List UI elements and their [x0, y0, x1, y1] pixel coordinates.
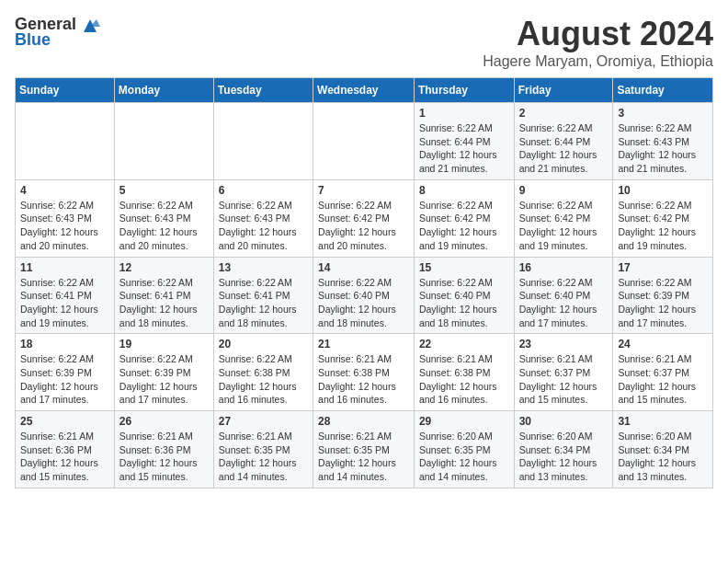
logo-blue-text: Blue — [15, 30, 51, 50]
day-header-wednesday: Wednesday — [313, 78, 415, 103]
day-info: Sunrise: 6:20 AM Sunset: 6:34 PM Dayligh… — [519, 430, 609, 484]
day-number: 15 — [419, 261, 509, 274]
day-number: 12 — [119, 261, 209, 274]
calendar-cell: 14Sunrise: 6:22 AM Sunset: 6:40 PM Dayli… — [313, 257, 415, 334]
day-info: Sunrise: 6:20 AM Sunset: 6:34 PM Dayligh… — [618, 430, 708, 484]
calendar-cell — [313, 103, 415, 180]
calendar-cell: 19Sunrise: 6:22 AM Sunset: 6:39 PM Dayli… — [114, 334, 213, 411]
calendar-cell: 2Sunrise: 6:22 AM Sunset: 6:44 PM Daylig… — [514, 103, 613, 180]
calendar-cell: 7Sunrise: 6:22 AM Sunset: 6:42 PM Daylig… — [313, 179, 415, 257]
day-info: Sunrise: 6:21 AM Sunset: 6:36 PM Dayligh… — [20, 430, 109, 484]
day-number: 4 — [20, 184, 109, 197]
day-info: Sunrise: 6:22 AM Sunset: 6:40 PM Dayligh… — [419, 276, 509, 330]
calendar-cell: 30Sunrise: 6:20 AM Sunset: 6:34 PM Dayli… — [514, 411, 613, 488]
day-number: 19 — [119, 338, 209, 350]
day-number: 10 — [618, 184, 708, 197]
calendar-cell — [114, 103, 213, 180]
calendar-cell: 8Sunrise: 6:22 AM Sunset: 6:42 PM Daylig… — [414, 179, 514, 257]
day-number: 13 — [219, 261, 308, 274]
day-number: 16 — [519, 261, 609, 274]
logo-icon — [80, 16, 100, 34]
day-info: Sunrise: 6:22 AM Sunset: 6:44 PM Dayligh… — [519, 121, 609, 176]
day-number: 22 — [419, 338, 509, 350]
calendar-cell: 13Sunrise: 6:22 AM Sunset: 6:41 PM Dayli… — [213, 257, 313, 334]
calendar-cell: 11Sunrise: 6:22 AM Sunset: 6:41 PM Dayli… — [16, 257, 115, 334]
day-header-monday: Monday — [114, 78, 213, 103]
calendar-cell: 17Sunrise: 6:22 AM Sunset: 6:39 PM Dayli… — [613, 257, 713, 334]
calendar-cell: 27Sunrise: 6:21 AM Sunset: 6:35 PM Dayli… — [213, 411, 313, 488]
calendar-cell — [213, 103, 313, 180]
calendar-cell: 5Sunrise: 6:22 AM Sunset: 6:43 PM Daylig… — [114, 179, 213, 257]
day-number: 20 — [219, 338, 308, 350]
day-number: 27 — [219, 415, 308, 428]
week-row-5: 25Sunrise: 6:21 AM Sunset: 6:36 PM Dayli… — [16, 411, 713, 488]
calendar-cell: 4Sunrise: 6:22 AM Sunset: 6:43 PM Daylig… — [16, 179, 115, 257]
day-info: Sunrise: 6:22 AM Sunset: 6:43 PM Dayligh… — [20, 199, 109, 253]
day-number: 1 — [419, 107, 509, 120]
calendar-cell: 31Sunrise: 6:20 AM Sunset: 6:34 PM Dayli… — [613, 411, 713, 488]
calendar-cell: 18Sunrise: 6:22 AM Sunset: 6:39 PM Dayli… — [16, 334, 115, 411]
day-info: Sunrise: 6:21 AM Sunset: 6:38 PM Dayligh… — [419, 352, 509, 407]
day-info: Sunrise: 6:22 AM Sunset: 6:42 PM Dayligh… — [519, 199, 609, 253]
day-info: Sunrise: 6:22 AM Sunset: 6:42 PM Dayligh… — [419, 199, 509, 253]
calendar-header: SundayMondayTuesdayWednesdayThursdayFrid… — [16, 78, 713, 103]
day-number: 21 — [318, 338, 409, 350]
calendar-cell: 22Sunrise: 6:21 AM Sunset: 6:38 PM Dayli… — [414, 334, 514, 411]
day-number: 31 — [618, 415, 708, 428]
calendar-body: 1Sunrise: 6:22 AM Sunset: 6:44 PM Daylig… — [16, 103, 713, 488]
calendar-cell — [16, 103, 115, 180]
week-row-1: 1Sunrise: 6:22 AM Sunset: 6:44 PM Daylig… — [16, 103, 713, 180]
day-info: Sunrise: 6:22 AM Sunset: 6:44 PM Dayligh… — [419, 121, 509, 176]
calendar-cell: 1Sunrise: 6:22 AM Sunset: 6:44 PM Daylig… — [414, 103, 514, 180]
day-number: 7 — [318, 184, 409, 197]
day-info: Sunrise: 6:21 AM Sunset: 6:35 PM Dayligh… — [219, 430, 308, 484]
title-area: August 2024 Hagere Maryam, Oromiya, Ethi… — [483, 15, 713, 70]
calendar-cell: 3Sunrise: 6:22 AM Sunset: 6:43 PM Daylig… — [613, 103, 713, 180]
calendar-cell: 23Sunrise: 6:21 AM Sunset: 6:37 PM Dayli… — [514, 334, 613, 411]
calendar-cell: 20Sunrise: 6:22 AM Sunset: 6:38 PM Dayli… — [213, 334, 313, 411]
logo: General Blue — [15, 15, 100, 50]
day-number: 8 — [419, 184, 509, 197]
week-row-3: 11Sunrise: 6:22 AM Sunset: 6:41 PM Dayli… — [16, 257, 713, 334]
day-info: Sunrise: 6:22 AM Sunset: 6:43 PM Dayligh… — [219, 199, 308, 253]
days-of-week-row: SundayMondayTuesdayWednesdayThursdayFrid… — [16, 78, 713, 103]
day-header-sunday: Sunday — [16, 78, 115, 103]
day-info: Sunrise: 6:22 AM Sunset: 6:43 PM Dayligh… — [119, 199, 209, 253]
calendar-cell: 24Sunrise: 6:21 AM Sunset: 6:37 PM Dayli… — [613, 334, 713, 411]
day-number: 23 — [519, 338, 609, 350]
day-info: Sunrise: 6:21 AM Sunset: 6:37 PM Dayligh… — [618, 352, 708, 407]
day-info: Sunrise: 6:21 AM Sunset: 6:35 PM Dayligh… — [318, 430, 409, 484]
day-info: Sunrise: 6:22 AM Sunset: 6:39 PM Dayligh… — [618, 276, 708, 330]
day-info: Sunrise: 6:22 AM Sunset: 6:42 PM Dayligh… — [318, 199, 409, 253]
week-row-4: 18Sunrise: 6:22 AM Sunset: 6:39 PM Dayli… — [16, 334, 713, 411]
day-info: Sunrise: 6:22 AM Sunset: 6:41 PM Dayligh… — [20, 276, 109, 330]
day-number: 2 — [519, 107, 609, 120]
calendar-cell: 12Sunrise: 6:22 AM Sunset: 6:41 PM Dayli… — [114, 257, 213, 334]
day-number: 18 — [20, 338, 109, 350]
day-number: 29 — [419, 415, 509, 428]
day-header-saturday: Saturday — [613, 78, 713, 103]
calendar-cell: 29Sunrise: 6:20 AM Sunset: 6:35 PM Dayli… — [414, 411, 514, 488]
header: General Blue August 2024 Hagere Maryam, … — [15, 15, 713, 70]
calendar-cell: 15Sunrise: 6:22 AM Sunset: 6:40 PM Dayli… — [414, 257, 514, 334]
calendar-cell: 28Sunrise: 6:21 AM Sunset: 6:35 PM Dayli… — [313, 411, 415, 488]
calendar-cell: 21Sunrise: 6:21 AM Sunset: 6:38 PM Dayli… — [313, 334, 415, 411]
day-number: 5 — [119, 184, 209, 197]
day-number: 14 — [318, 261, 409, 274]
day-info: Sunrise: 6:22 AM Sunset: 6:39 PM Dayligh… — [20, 352, 109, 407]
month-year-title: August 2024 — [483, 15, 713, 53]
day-number: 30 — [519, 415, 609, 428]
day-info: Sunrise: 6:21 AM Sunset: 6:38 PM Dayligh… — [318, 352, 409, 407]
day-header-tuesday: Tuesday — [213, 78, 313, 103]
calendar-cell: 6Sunrise: 6:22 AM Sunset: 6:43 PM Daylig… — [213, 179, 313, 257]
day-info: Sunrise: 6:22 AM Sunset: 6:40 PM Dayligh… — [318, 276, 409, 330]
calendar-cell: 25Sunrise: 6:21 AM Sunset: 6:36 PM Dayli… — [16, 411, 115, 488]
day-info: Sunrise: 6:22 AM Sunset: 6:41 PM Dayligh… — [119, 276, 209, 330]
calendar-cell: 10Sunrise: 6:22 AM Sunset: 6:42 PM Dayli… — [613, 179, 713, 257]
calendar-cell: 16Sunrise: 6:22 AM Sunset: 6:40 PM Dayli… — [514, 257, 613, 334]
day-header-thursday: Thursday — [414, 78, 514, 103]
day-header-friday: Friday — [514, 78, 613, 103]
week-row-2: 4Sunrise: 6:22 AM Sunset: 6:43 PM Daylig… — [16, 179, 713, 257]
location-subtitle: Hagere Maryam, Oromiya, Ethiopia — [483, 53, 713, 70]
calendar-cell: 26Sunrise: 6:21 AM Sunset: 6:36 PM Dayli… — [114, 411, 213, 488]
